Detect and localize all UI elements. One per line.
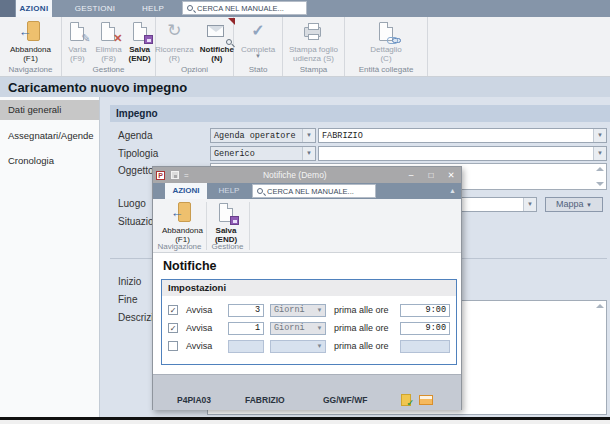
dialog-title: Notifiche (Demo) <box>189 170 401 180</box>
avvisa-3-unit-dropdown[interactable]: ▼ <box>270 340 326 353</box>
salva-button[interactable]: Salva(END) <box>125 20 155 64</box>
varia-label: Varia <box>68 45 86 54</box>
dialog-salva-button[interactable]: Salva(END) <box>211 201 241 245</box>
tab-help[interactable]: HELP <box>138 0 168 17</box>
ribbon-group-navigazione: ← Abbandona(F1) Navigazione <box>0 17 62 76</box>
completa-dropdown-icon: ▼ <box>255 54 261 59</box>
elimina-label: Elimina <box>95 45 121 54</box>
dettaglio-button[interactable]: Dettaglio(C) <box>367 20 405 64</box>
minimize-button[interactable]: – <box>401 170 421 180</box>
collapse-ribbon-icon[interactable]: ▲ <box>449 187 456 194</box>
completa-button[interactable]: ✓ Completa ▼ <box>238 20 278 60</box>
ricorrenza-button[interactable]: ↻ Ricorrenza(R) <box>152 20 197 64</box>
ribbon: ← Abbandona(F1) Navigazione ✎ Varia(F9) … <box>0 17 610 77</box>
agenda-type-dropdown[interactable]: Agenda operatore ▼ <box>210 128 316 143</box>
ricorrenza-key: (R) <box>169 54 180 63</box>
avvisa-2-checkbox[interactable]: ✓ <box>168 323 178 333</box>
back-door-icon: ← <box>19 21 43 43</box>
avvisa-1-unit-value: Giorni <box>271 305 314 316</box>
tipologia-type-value: Generico <box>211 149 302 159</box>
search-icon <box>187 5 193 11</box>
avvisa-row-2: ✓ Avvisa 1 Giorni▼ prima alle ore 9:00 <box>162 322 456 336</box>
oggetto-scroll-up-icon[interactable] <box>596 167 604 171</box>
varia-key: (F9) <box>70 54 85 63</box>
close-button[interactable]: ✕ <box>441 170 461 180</box>
impostazioni-groupbox: Impostazioni ✓ Avvisa 3 Giorni▼ prima al… <box>161 279 457 365</box>
manual-search-input[interactable]: CERCA NEL MANUALE... <box>182 1 307 15</box>
sidebar-item-dati-generali[interactable]: Dati generali <box>0 100 99 120</box>
monitor-icon <box>419 395 433 405</box>
mappa-button[interactable]: Mappa ▼ <box>545 197 603 212</box>
avvisa-2-unit-dropdown[interactable]: Giorni▼ <box>270 322 326 335</box>
agenda-value-text: FABRIZIO <box>319 131 593 141</box>
tipologia-value-combobox[interactable]: ▼ <box>318 146 607 161</box>
ribbon-group-entita-collegate: Dettaglio(C) Entità collegate <box>345 17 428 76</box>
tipologia-type-dropdown-icon: ▼ <box>302 147 315 160</box>
avvisa-1-unit-dropdown[interactable]: Giorni▼ <box>270 304 326 317</box>
group-label-opzioni: Opzioni <box>156 64 233 76</box>
stampa-label-line2: udienza (S) <box>293 54 334 63</box>
tab-azioni[interactable]: AZIONI <box>16 0 52 17</box>
group-label-gestione: Gestione <box>62 64 155 76</box>
inizio-label: Inizio <box>118 276 141 287</box>
abbandona-button[interactable]: ← Abbandona(F1) <box>7 20 54 64</box>
avvisa-2-label: Avvisa <box>186 323 212 333</box>
descrizione-scroll-up-icon[interactable] <box>596 304 604 308</box>
tipologia-type-dropdown[interactable]: Generico ▼ <box>210 146 316 161</box>
dialog-tab-help[interactable]: HELP <box>213 183 245 199</box>
avvisa-3-time-input[interactable] <box>400 340 450 353</box>
sidebar-item-cronologia[interactable]: Cronologia <box>0 151 99 171</box>
save-page-icon <box>128 21 152 43</box>
group-label-navigazione: Navigazione <box>0 64 61 76</box>
elimina-button[interactable]: ✕ Elimina(F8) <box>92 20 124 64</box>
avvisa-2-time-input[interactable]: 9:00 <box>400 322 450 335</box>
file-menu-button[interactable] <box>0 0 15 17</box>
impostazioni-title: Impostazioni <box>162 280 456 296</box>
tab-gestioni-correlate[interactable]: GESTIONI CORRELATE <box>54 0 136 17</box>
dialog-tab-bar: AZIONI HELP CERCA NEL MANUALE... ▲ <box>153 183 461 199</box>
oggetto-scroll-down-icon[interactable] <box>596 182 604 186</box>
agenda-value-combobox[interactable]: FABRIZIO ▼ <box>318 128 607 143</box>
ribbon-group-stato: ✓ Completa ▼ Stato <box>234 17 283 76</box>
dialog-abbandona-button[interactable]: ← Abbandona(F1) <box>159 201 206 245</box>
dialog-tab-azioni[interactable]: AZIONI <box>165 183 207 199</box>
dialog-title-bar[interactable]: P = Notifiche (Demo) – □ ✕ <box>153 167 461 183</box>
section-header-impegno: Impegno <box>110 105 610 122</box>
edit-page-icon: ✎ <box>65 21 89 43</box>
group-label-stampa: Stampa <box>283 64 344 76</box>
quick-save-icon[interactable] <box>171 171 179 179</box>
agenda-value-dropdown-icon: ▼ <box>593 129 606 142</box>
ribbon-tab-bar: AZIONI GESTIONI CORRELATE HELP CERCA NEL… <box>0 0 610 17</box>
notification-envelope-icon <box>205 21 229 43</box>
notifiche-key: (N) <box>211 54 222 63</box>
tipologia-value-dropdown-icon: ▼ <box>593 147 606 160</box>
dettaglio-label: Dettaglio <box>370 45 402 54</box>
recurrence-icon: ↻ <box>162 21 186 43</box>
ribbon-group-gestione: ✎ Varia(F9) ✕ Elimina(F8) Salva(END) Ges… <box>62 17 156 76</box>
avvisa-2-unit-dropdown-icon: ▼ <box>314 323 325 334</box>
dialog-group-label-gestione: Gestione <box>206 241 249 253</box>
avvisa-3-unit-value <box>271 341 314 352</box>
maximize-button[interactable]: □ <box>421 170 441 180</box>
avvisa-1-time-input[interactable]: 9:00 <box>400 304 450 317</box>
status-code: GG/WF/WF <box>323 395 367 405</box>
sidebar-item-assegnatari-agende[interactable]: Assegnatari/Agende <box>0 126 99 146</box>
avvisa-row-1: ✓ Avvisa 3 Giorni▼ prima alle ore 9:00 <box>162 304 456 318</box>
avvisa-1-days-input[interactable]: 3 <box>228 304 264 317</box>
avvisa-1-suffix: prima alle ore <box>334 305 389 315</box>
status-user: FABRIZIO <box>245 395 285 405</box>
sidebar: Dati generali Assegnatari/Agende Cronolo… <box>0 97 100 417</box>
dialog-search-input[interactable]: CERCA NEL MANUALE... <box>252 184 376 198</box>
notifiche-label: Notifiche <box>200 45 234 54</box>
linked-page-icon <box>374 21 398 43</box>
stampa-label-line1: Stampa foglio <box>289 45 338 54</box>
note-check-icon <box>401 394 411 406</box>
stampa-foglio-udienza-button[interactable]: Stampa foglioudienza (S) <box>286 20 341 64</box>
avvisa-3-days-input[interactable] <box>228 340 264 353</box>
avvisa-1-checkbox[interactable]: ✓ <box>168 305 178 315</box>
avvisa-3-unit-dropdown-icon: ▼ <box>314 341 325 352</box>
avvisa-2-days-input[interactable]: 1 <box>228 322 264 335</box>
avvisa-3-checkbox[interactable] <box>168 341 178 351</box>
notifiche-button[interactable]: Notifiche(N) <box>197 20 237 64</box>
varia-button[interactable]: ✎ Varia(F9) <box>62 20 92 64</box>
